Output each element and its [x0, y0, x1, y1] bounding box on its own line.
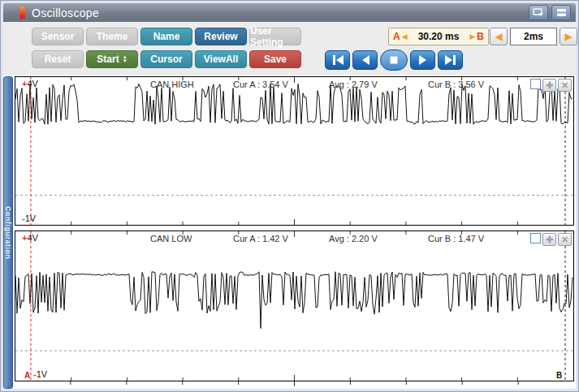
playback-controls: [325, 50, 463, 71]
timebase-right-arrow-icon: ▶: [564, 31, 572, 42]
skip-start-button[interactable]: [325, 50, 350, 70]
ch2-average-value: Avg : 2.20 V: [329, 234, 378, 243]
ch1-top-scale-label: +4V: [22, 79, 38, 88]
sensor-button[interactable]: Sensor: [32, 28, 84, 45]
ch1-close-button[interactable]: ✕: [558, 79, 572, 92]
configuration-tab-label: Configuration: [4, 206, 12, 260]
stop-button[interactable]: [380, 50, 408, 71]
window-layout-icon: [556, 8, 567, 17]
ch2-cursor-a-value: Cur A : 1.42 V: [233, 234, 288, 243]
step-back-button[interactable]: [352, 50, 378, 70]
ch2-cursor-b-value: Cur B : 1.47 V: [428, 234, 484, 243]
oscilloscope-window: Oscilloscope Sensor Theme Name Review: [0, 0, 579, 392]
window-title: Oscilloscope: [32, 6, 99, 19]
ch1-name: CAN HIGH: [150, 80, 194, 89]
start-button[interactable]: Start ▲▼: [86, 50, 138, 68]
save-button[interactable]: Save: [249, 50, 301, 68]
channel-panel-can-high: +4V CAN HIGH Cur A : 3.54 V Avg : 2.79 V…: [15, 76, 574, 226]
close-icon: ✕: [561, 235, 568, 244]
name-button[interactable]: Name: [140, 28, 192, 45]
cursor-delta-display: A ◀ 30.20 ms ▶ B: [388, 28, 489, 45]
play-icon: [418, 55, 428, 65]
plus-icon: ✚: [546, 235, 553, 244]
ch2-add-button[interactable]: ✚: [542, 233, 556, 246]
delta-left-arrow-icon: ◀: [402, 32, 408, 41]
start-spinner-icon: ▲▼: [123, 55, 127, 63]
play-button[interactable]: [410, 50, 435, 70]
cursor-b-handle[interactable]: B: [556, 371, 562, 380]
skip-start-icon: [332, 55, 344, 65]
step-back-icon: [361, 55, 370, 65]
stop-icon: [390, 56, 398, 64]
start-button-label: Start: [97, 54, 119, 65]
close-icon: ✕: [561, 81, 568, 90]
window-layout-button[interactable]: [551, 5, 571, 20]
ch1-bottom-scale-label: -1V: [22, 213, 36, 223]
popout-window-icon: [533, 8, 544, 17]
bottom-tick-ruler: [15, 381, 574, 387]
ch2-top-scale-label: +4V: [22, 233, 38, 243]
ch1-checkbox[interactable]: [530, 79, 541, 89]
skip-end-button[interactable]: [438, 50, 463, 70]
review-button[interactable]: Review: [195, 28, 247, 45]
ch1-cursor-a-value: Cur A : 3.54 V: [233, 80, 288, 89]
ch2-bottom-scale-label: -1V: [33, 369, 47, 379]
can-high-waveform[interactable]: [15, 77, 573, 225]
plus-icon: ✚: [546, 81, 553, 90]
popout-window-button[interactable]: [529, 5, 548, 20]
can-low-waveform[interactable]: [15, 231, 573, 381]
timebase-left-arrow-icon: ◀: [495, 31, 502, 42]
toolbar: Sensor Theme Name Review User Setting Re…: [3, 22, 576, 75]
cursor-delta-value: 30.20 ms: [409, 31, 469, 42]
skip-end-icon: [445, 55, 456, 65]
ch2-close-button[interactable]: ✕: [558, 233, 572, 246]
timebase-increase-button[interactable]: ▶: [560, 28, 577, 45]
cursor-a-tag: A: [393, 31, 400, 42]
viewall-button[interactable]: ViewAll: [195, 50, 247, 68]
app-icon: [19, 6, 25, 19]
ch1-average-value: Avg : 2.79 V: [329, 80, 378, 89]
configuration-tab[interactable]: Configuration: [3, 76, 13, 389]
channel-panel-can-low: +4V CAN LOW Cur A : 1.42 V Avg : 2.20 V …: [15, 230, 574, 381]
scope-area: Configuration +4V CAN HIGH Cur A : 3.54 …: [3, 75, 576, 389]
timebase-decrease-button[interactable]: ◀: [490, 28, 508, 45]
ch2-checkbox[interactable]: [530, 233, 541, 243]
cursor-b-tag: B: [477, 31, 484, 42]
ch1-cursor-b-value: Cur B : 3.56 V: [428, 80, 484, 89]
ch1-add-button[interactable]: ✚: [542, 79, 556, 92]
ch2-name: CAN LOW: [150, 234, 192, 243]
title-bar: Oscilloscope: [3, 3, 576, 22]
cursor-button[interactable]: Cursor: [140, 50, 192, 68]
delta-right-arrow-icon: ▶: [469, 32, 475, 41]
reset-button[interactable]: Reset: [32, 50, 84, 68]
theme-button[interactable]: Theme: [86, 28, 138, 45]
timebase-value: 2ms: [510, 28, 557, 45]
cursor-a-handle[interactable]: A: [24, 371, 30, 380]
user-setting-button[interactable]: User Setting: [249, 28, 301, 45]
